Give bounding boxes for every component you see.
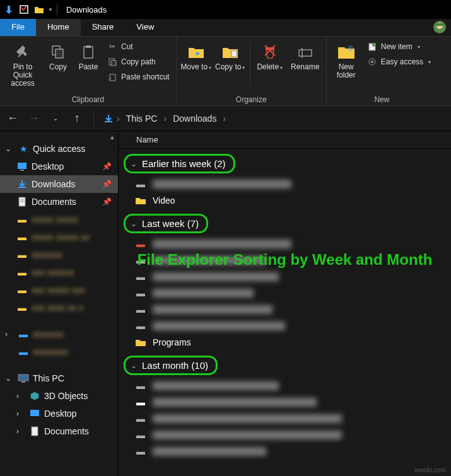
- rename-button[interactable]: Rename: [288, 39, 322, 74]
- new-folder-button[interactable]: New folder: [331, 39, 362, 82]
- copy-to-icon: [220, 42, 240, 62]
- forward-button[interactable]: →: [26, 111, 42, 126]
- qat-save-icon[interactable]: [18, 3, 30, 16]
- copy-button[interactable]: Copy: [44, 39, 72, 74]
- file-icon: ▬: [135, 397, 146, 408]
- file-row-video[interactable]: Video: [119, 192, 451, 209]
- svg-rect-28: [21, 381, 25, 383]
- file-row[interactable]: ▬: [119, 176, 451, 192]
- paste-shortcut-icon: [107, 72, 117, 82]
- cloud-icon: ▬: [18, 346, 29, 357]
- chevron-right-icon[interactable]: ›: [115, 113, 121, 124]
- svg-rect-27: [18, 374, 28, 381]
- recent-dropdown[interactable]: ⌄: [48, 111, 63, 126]
- tree-this-pc[interactable]: ⌄ This PC: [0, 369, 118, 387]
- tree-item-blurred[interactable]: ▬xxx xxxx xx x: [0, 299, 118, 316]
- tree-downloads[interactable]: Downloads 📌: [0, 175, 118, 193]
- file-icon: ▬: [135, 178, 146, 190]
- move-to-button[interactable]: Move to▾: [180, 39, 212, 74]
- svg-rect-10: [111, 61, 116, 66]
- clipboard-label: Clipboard: [4, 95, 172, 104]
- back-button[interactable]: ←: [5, 111, 20, 126]
- file-row[interactable]: ▬: [119, 318, 451, 334]
- share-tab[interactable]: Share: [81, 19, 126, 36]
- group-last-week[interactable]: ⌄Last week (7): [124, 214, 208, 233]
- chevron-right-icon: ›: [16, 427, 25, 436]
- chevron-right-icon: ›: [16, 409, 25, 418]
- pin-icon: 📌: [102, 197, 112, 206]
- file-row[interactable]: ▬: [119, 269, 451, 285]
- up-button[interactable]: ↑: [69, 111, 85, 126]
- address-bar[interactable]: › This PC › Downloads ›: [103, 112, 227, 125]
- user-avatar[interactable]: [428, 19, 451, 37]
- chevron-down-icon: ⌄: [5, 144, 14, 153]
- new-folder-icon: [336, 42, 356, 62]
- addr-separator: [93, 110, 94, 127]
- chevron-right-icon[interactable]: ›: [162, 113, 168, 124]
- tree-pc-desktop[interactable]: ›Desktop: [0, 405, 118, 422]
- file-icon: ▬: [135, 380, 146, 392]
- scroll-up-icon[interactable]: ▲: [108, 132, 117, 141]
- svg-rect-22: [20, 170, 24, 171]
- easy-access-button[interactable]: Easy access▾: [365, 55, 433, 68]
- file-row[interactable]: ▬: [119, 285, 451, 301]
- breadcrumb-this-pc[interactable]: This PC: [122, 112, 161, 125]
- qat-folder-icon[interactable]: [33, 3, 45, 16]
- view-tab[interactable]: View: [125, 19, 165, 36]
- group-earlier-this-week[interactable]: ⌄Earlier this week (2): [124, 154, 235, 173]
- tree-quick-access[interactable]: ⌄ ★ Quick access: [0, 140, 118, 158]
- folder-icon: ▬: [16, 214, 28, 225]
- downloads-icon: [16, 178, 28, 190]
- delete-button[interactable]: Delete▾: [254, 39, 286, 74]
- file-row[interactable]: ▬: [119, 410, 451, 427]
- file-row[interactable]: ▬: [119, 252, 451, 269]
- paste-button[interactable]: Paste: [74, 39, 102, 74]
- tree-item-blurred[interactable]: ›▬xxxxxxxx: [0, 343, 118, 361]
- tree-item-blurred[interactable]: ›▬xxxxxxx: [0, 325, 118, 343]
- nav-bar: ← → ⌄ ↑ › This PC › Downloads ›: [0, 106, 451, 131]
- svg-rect-20: [105, 121, 112, 122]
- file-row[interactable]: ▬: [119, 236, 451, 252]
- file-row[interactable]: ▬: [119, 378, 451, 394]
- file-row[interactable]: ▬: [119, 394, 451, 410]
- tree-item-blurred[interactable]: ▬xxxxx xxxxx xx: [0, 228, 118, 246]
- tree-item-blurred[interactable]: ▬xxxxx xxxxx: [0, 211, 118, 228]
- watermark: wsxdn.com: [414, 467, 446, 473]
- file-row[interactable]: ▬: [119, 443, 451, 460]
- home-tab[interactable]: Home: [36, 19, 81, 36]
- tree-item-blurred[interactable]: ▬xxx xxxxxx: [0, 264, 118, 281]
- file-icon: ▬: [135, 413, 146, 424]
- file-icon: ▬: [135, 287, 146, 299]
- breadcrumb-downloads[interactable]: Downloads: [169, 112, 220, 125]
- chevron-right-icon[interactable]: ›: [221, 113, 227, 124]
- chevron-down-icon: ⌄: [131, 361, 137, 370]
- file-row-programs[interactable]: Programs: [119, 334, 451, 351]
- tree-item-blurred[interactable]: ▬xxxxxxx: [0, 246, 118, 264]
- tree-3d-objects[interactable]: ›3D Objects: [0, 387, 118, 405]
- tree-pc-documents[interactable]: ›Documents: [0, 422, 118, 440]
- paste-shortcut-button[interactable]: Paste shortcut: [105, 71, 172, 83]
- file-row[interactable]: ▬: [119, 301, 451, 318]
- svg-rect-21: [18, 163, 26, 169]
- rename-label: Rename: [291, 63, 319, 71]
- move-icon: [186, 42, 206, 62]
- new-item-button[interactable]: New item▾: [365, 40, 433, 53]
- new-group: New folder New item▾ Easy access▾ New: [327, 37, 437, 105]
- pin-icon: 📌: [102, 180, 112, 189]
- pin-quick-access-button[interactable]: Pin to Quick access: [4, 39, 42, 91]
- file-tab[interactable]: File: [0, 19, 36, 36]
- paste-icon: [78, 42, 98, 62]
- file-row[interactable]: ▬: [119, 427, 451, 443]
- clipboard-group: Pin to Quick access Copy Paste ✂Cut Copy…: [0, 37, 177, 105]
- file-list: Name ⌄Earlier this week (2) ▬ Video ⌄Las…: [119, 131, 451, 476]
- copy-path-button[interactable]: Copy path: [105, 55, 172, 68]
- ribbon-tabs: File Home Share View: [0, 19, 451, 37]
- tree-item-blurred[interactable]: ▬xxx xxxxx xxx: [0, 281, 118, 299]
- tree-desktop[interactable]: Desktop 📌: [0, 158, 118, 175]
- column-header-name[interactable]: Name: [119, 131, 451, 149]
- group-last-month[interactable]: ⌄Last month (10): [124, 356, 218, 375]
- cut-button[interactable]: ✂Cut: [105, 40, 172, 53]
- chevron-down-icon[interactable]: ▼: [48, 7, 53, 13]
- copy-to-button[interactable]: Copy to▾: [214, 39, 246, 74]
- tree-documents[interactable]: Documents 📌: [0, 193, 118, 211]
